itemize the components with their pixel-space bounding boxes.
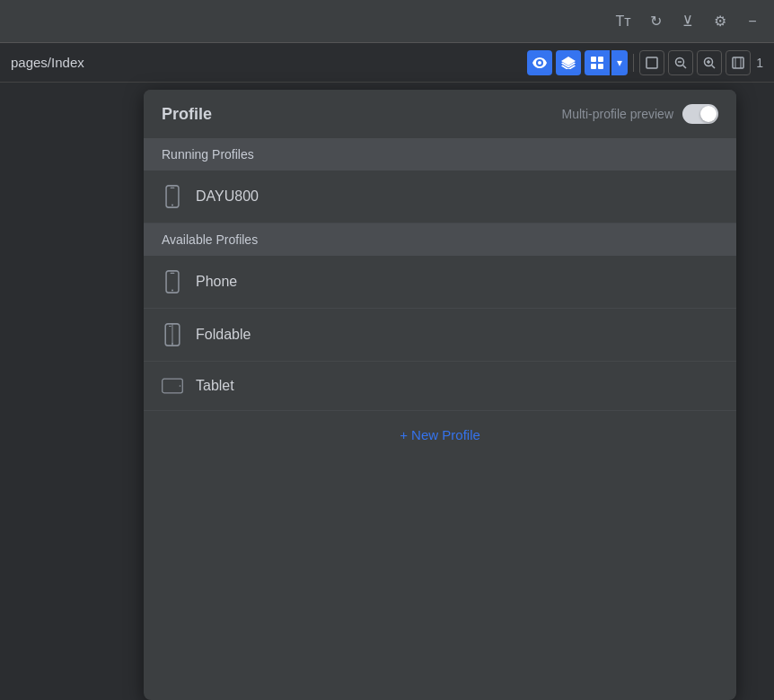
profile-item-tablet[interactable]: Tablet xyxy=(144,362,736,411)
zoom-in-button[interactable] xyxy=(697,50,722,75)
grid-icon xyxy=(591,57,603,69)
tablet-icon xyxy=(162,376,183,396)
svg-rect-1 xyxy=(598,57,603,62)
profile-item-dayu800[interactable]: DAYU800 xyxy=(144,171,736,223)
fit-button[interactable] xyxy=(726,50,751,75)
svg-point-20 xyxy=(172,289,173,291)
running-profiles-header: Running Profiles xyxy=(144,138,736,171)
multi-profile-label: Multi-profile preview xyxy=(562,107,673,121)
settings-icon[interactable]: ⚙ xyxy=(709,11,731,32)
foldable-icon xyxy=(162,323,183,346)
filter-icon[interactable]: ⊻ xyxy=(677,11,699,32)
svg-line-6 xyxy=(683,65,687,68)
svg-point-26 xyxy=(180,385,181,387)
phone-device-icon xyxy=(162,185,183,208)
svg-point-24 xyxy=(172,343,173,345)
crop-button[interactable] xyxy=(639,50,664,75)
profile-name-foldable: Foldable xyxy=(196,327,251,343)
address-bar: pages/Index ▾ xyxy=(0,43,774,83)
zoom-out-icon xyxy=(674,57,687,69)
zoom-in-icon xyxy=(703,57,716,69)
eye-button[interactable] xyxy=(527,50,552,75)
svg-rect-12 xyxy=(733,57,743,68)
phone-svg-running xyxy=(163,185,181,208)
grid-button[interactable] xyxy=(585,50,610,75)
phone-icon xyxy=(162,270,183,293)
svg-rect-15 xyxy=(166,186,179,207)
address-path: pages/Index xyxy=(11,55,102,70)
layers-button[interactable] xyxy=(556,50,581,75)
foldable-svg xyxy=(163,323,181,346)
panel-header: Profile Multi-profile preview xyxy=(144,90,736,138)
profile-name-phone: Phone xyxy=(196,274,237,290)
profile-name-dayu800: DAYU800 xyxy=(196,188,259,205)
svg-rect-3 xyxy=(598,64,603,69)
svg-line-9 xyxy=(712,65,716,68)
main-area: Profile Multi-profile preview Running Pr… xyxy=(0,83,774,700)
refresh-icon[interactable]: ↻ xyxy=(645,11,666,32)
svg-point-17 xyxy=(172,204,173,206)
address-actions: ▾ xyxy=(527,50,763,75)
crop-icon xyxy=(646,57,658,69)
profile-item-phone[interactable]: Phone xyxy=(144,256,736,309)
fit-icon xyxy=(732,57,744,69)
separator xyxy=(633,54,634,72)
svg-rect-4 xyxy=(646,57,657,68)
profile-item-foldable[interactable]: Foldable xyxy=(144,309,736,362)
eye-icon xyxy=(532,57,547,68)
layers-icon xyxy=(561,57,576,69)
toolbar: Tт ↻ ⊻ ⚙ − xyxy=(0,0,774,43)
minimize-icon[interactable]: − xyxy=(742,11,763,32)
font-size-icon[interactable]: Tт xyxy=(612,11,634,32)
new-profile-button[interactable]: + New Profile xyxy=(400,427,480,442)
svg-rect-0 xyxy=(591,57,596,62)
profile-panel: Profile Multi-profile preview Running Pr… xyxy=(144,90,736,700)
left-panel xyxy=(0,83,144,700)
multi-profile-toggle[interactable] xyxy=(682,104,718,124)
new-profile-row: + New Profile xyxy=(144,411,736,459)
grid-dropdown-button[interactable]: ▾ xyxy=(611,50,628,75)
zoom-level: 1 xyxy=(756,56,763,70)
multi-profile-row: Multi-profile preview xyxy=(562,104,718,124)
panel-title: Profile xyxy=(162,105,212,124)
zoom-out-button[interactable] xyxy=(668,50,693,75)
phone-svg-available xyxy=(163,270,181,293)
available-profiles-header: Available Profiles xyxy=(144,223,736,256)
svg-rect-2 xyxy=(591,64,596,69)
profile-name-tablet: Tablet xyxy=(196,378,234,394)
tablet-svg xyxy=(162,376,183,396)
